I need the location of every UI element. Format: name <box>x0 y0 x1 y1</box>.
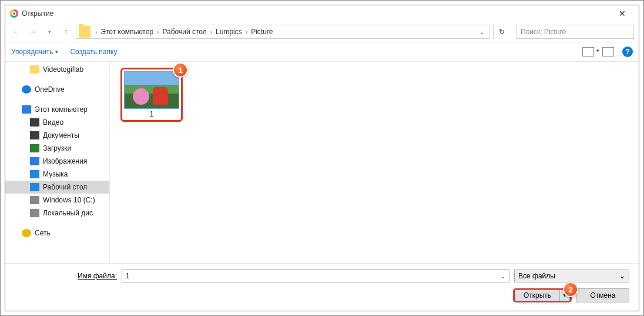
help-button[interactable]: ? <box>622 46 633 57</box>
chevron-right-icon: › <box>243 29 250 35</box>
preview-pane-button[interactable] <box>602 47 614 56</box>
file-thumbnail[interactable]: 1 1 <box>120 68 183 122</box>
sidebar: VideotogiflabOneDriveЭтот компьютерВидео… <box>5 62 110 263</box>
desk-icon <box>30 183 39 191</box>
sidebar-item[interactable]: Windows 10 (C:) <box>5 194 109 207</box>
crumb-desktop[interactable]: Рабочий стол <box>161 28 207 36</box>
sidebar-item[interactable]: OneDrive <box>5 83 109 96</box>
net-icon <box>22 229 31 237</box>
chevron-down-icon[interactable]: ⌄ <box>475 29 489 35</box>
chevron-down-icon[interactable]: ⌄ <box>501 273 505 280</box>
sidebar-item[interactable]: Локальный дис <box>5 207 109 219</box>
close-button[interactable]: ✕ <box>611 9 634 18</box>
sidebar-item-label: Windows 10 (C:) <box>43 196 95 204</box>
search-placeholder: Поиск: Picture <box>521 28 566 36</box>
chevron-down-icon: ▾ <box>55 49 58 55</box>
sidebar-item-label: Загрузки <box>43 144 71 152</box>
sidebar-item[interactable]: Изображения <box>5 155 109 168</box>
sidebar-item[interactable]: Этот компьютер <box>5 103 109 116</box>
docs-icon <box>30 131 39 139</box>
file-grid[interactable]: 1 1 <box>110 62 639 263</box>
chevron-right-icon: › <box>93 29 99 35</box>
sidebar-item[interactable]: Сеть <box>5 227 109 240</box>
sidebar-item-label: Локальный дис <box>43 209 93 217</box>
callout-2: 2 <box>563 282 578 297</box>
cancel-button[interactable]: Отмена <box>576 288 629 302</box>
crumb-pc[interactable]: Этот компьютер <box>99 28 155 36</box>
nav-up[interactable]: ↑ <box>59 25 72 38</box>
sidebar-item-label: Videotogiflab <box>43 65 83 74</box>
disk-icon <box>30 209 39 217</box>
new-folder-button[interactable]: Создать папку <box>70 48 117 56</box>
chevron-right-icon: › <box>208 29 214 35</box>
image-preview-icon <box>124 71 179 109</box>
sidebar-item[interactable]: Videotogiflab <box>5 63 109 76</box>
sidebar-item[interactable]: Загрузки <box>5 142 109 155</box>
sidebar-item-label: Сеть <box>35 229 51 237</box>
sidebar-item-label: Рабочий стол <box>43 183 87 191</box>
open-button[interactable]: Открыть ▼ 2 <box>513 288 572 302</box>
chrome-icon <box>10 9 18 18</box>
callout-1: 1 <box>173 62 188 78</box>
sidebar-item[interactable]: Видео <box>5 116 109 129</box>
sidebar-item-label: Музыка <box>43 170 68 178</box>
video-icon <box>30 118 39 127</box>
pc-icon <box>22 105 31 114</box>
file-caption: 1 <box>124 109 179 118</box>
breadcrumb[interactable]: › Этот компьютер › Рабочий стол › Lumpic… <box>76 25 489 39</box>
music-icon <box>30 170 39 178</box>
nav-back[interactable]: ← <box>10 25 23 38</box>
sidebar-item-label: Этот компьютер <box>35 105 88 114</box>
folder-icon <box>79 26 90 38</box>
refresh-button[interactable]: ↻ <box>493 25 509 39</box>
sidebar-item[interactable]: Документы <box>5 129 109 142</box>
window-title: Открытие <box>22 9 611 18</box>
sidebar-item-label: OneDrive <box>35 85 65 94</box>
sidebar-item-label: Изображения <box>43 157 87 165</box>
filetype-select[interactable]: Все файлы ⌄ <box>514 270 629 282</box>
organize-menu[interactable]: Упорядочить ▾ <box>11 48 58 56</box>
crumb-lumpics[interactable]: Lumpics <box>214 28 243 36</box>
sidebar-item-label: Видео <box>43 118 63 127</box>
onedrive-icon <box>22 85 31 94</box>
chevron-right-icon: › <box>155 29 161 35</box>
nav-forward: → <box>26 25 39 38</box>
sidebar-item[interactable]: Музыка <box>5 168 109 181</box>
folder-icon <box>30 65 39 74</box>
dl-icon <box>30 144 39 152</box>
pic-icon <box>30 157 39 165</box>
sidebar-item[interactable]: Рабочий стол <box>5 181 109 194</box>
filename-label: Имя файла: <box>15 272 117 280</box>
chevron-down-icon: ⌄ <box>619 272 625 280</box>
sidebar-item-label: Документы <box>43 131 79 139</box>
nav-recent-dropdown[interactable]: ▾ <box>43 25 56 38</box>
filename-input[interactable]: 1 ⌄ <box>122 270 509 282</box>
search-input[interactable]: Поиск: Picture <box>516 25 634 39</box>
disk-icon <box>30 196 39 204</box>
crumb-picture[interactable]: Picture <box>250 28 274 36</box>
view-mode-button[interactable] <box>582 47 594 56</box>
